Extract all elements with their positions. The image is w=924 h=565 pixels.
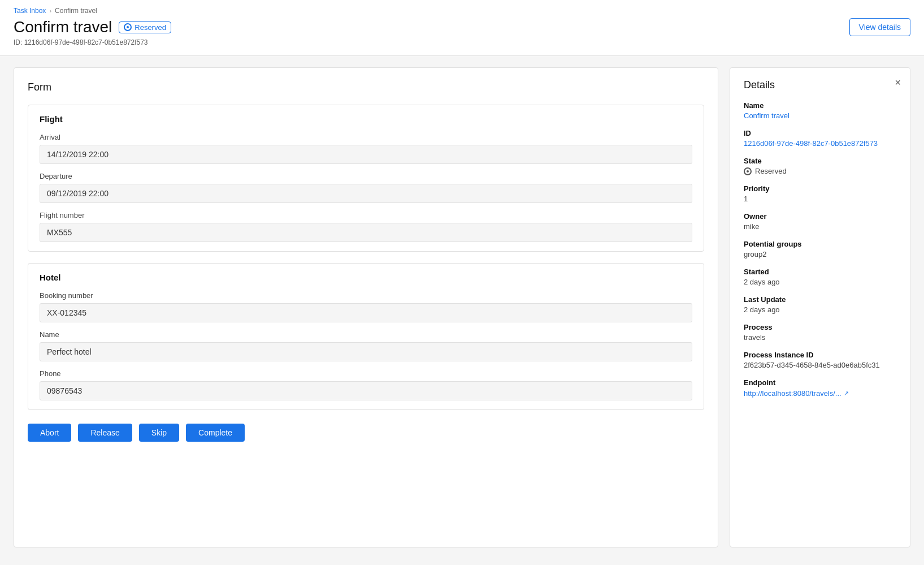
- departure-label: Departure: [40, 172, 692, 180]
- detail-started-value: 2 days ago: [744, 278, 896, 286]
- detail-endpoint-link[interactable]: http://localhost:8080/travels/... ↗: [744, 389, 849, 398]
- state-icon: [744, 167, 752, 175]
- details-title: Details: [744, 79, 896, 91]
- form-actions: Abort Release Skip Complete: [28, 424, 704, 442]
- detail-state-label: State: [744, 157, 896, 165]
- detail-process-label: Process: [744, 323, 896, 331]
- detail-process-row: Process travels: [744, 323, 896, 342]
- detail-process-instance-id-row: Process Instance ID 2f623b57-d345-4658-8…: [744, 351, 896, 369]
- abort-button[interactable]: Abort: [28, 424, 71, 442]
- header: Task Inbox › Confirm travel Confirm trav…: [0, 0, 924, 56]
- detail-priority-row: Priority 1: [744, 184, 896, 203]
- breadcrumb-current: Confirm travel: [55, 7, 97, 15]
- hotel-name-value: Perfect hotel: [40, 342, 692, 361]
- detail-name-value: Confirm travel: [744, 111, 896, 120]
- main-content: Form Flight Arrival 14/12/2019 22:00 Dep…: [0, 56, 924, 559]
- complete-button[interactable]: Complete: [186, 424, 245, 442]
- breadcrumb: Task Inbox › Confirm travel: [14, 7, 910, 15]
- detail-last-update-value: 2 days ago: [744, 305, 896, 314]
- view-details-button[interactable]: View details: [849, 18, 910, 36]
- arrival-label: Arrival: [40, 133, 692, 141]
- close-button[interactable]: ×: [895, 77, 901, 89]
- booking-number-value: XX-012345: [40, 303, 692, 322]
- detail-owner-value: mike: [744, 222, 896, 231]
- booking-number-field-group: Booking number XX-012345: [40, 291, 692, 322]
- flight-section: Flight Arrival 14/12/2019 22:00 Departur…: [28, 105, 704, 252]
- detail-endpoint-label: Endpoint: [744, 378, 896, 387]
- detail-id-row: ID 1216d06f-97de-498f-82c7-0b51e872f573: [744, 129, 896, 148]
- arrival-value: 14/12/2019 22:00: [40, 145, 692, 164]
- detail-name-label: Name: [744, 101, 896, 110]
- breadcrumb-chevron: ›: [49, 7, 51, 14]
- phone-value: 09876543: [40, 381, 692, 400]
- flight-number-field-group: Flight number MX555: [40, 211, 692, 242]
- detail-state-row: State Reserved: [744, 157, 896, 175]
- departure-field-group: Departure 09/12/2019 22:00: [40, 172, 692, 203]
- detail-last-update-label: Last Update: [744, 295, 896, 304]
- form-panel: Form Flight Arrival 14/12/2019 22:00 Dep…: [14, 67, 718, 547]
- detail-started-label: Started: [744, 268, 896, 276]
- detail-id-label: ID: [744, 129, 896, 137]
- detail-potential-groups-row: Potential groups group2: [744, 240, 896, 258]
- departure-value: 09/12/2019 22:00: [40, 184, 692, 203]
- flight-section-title: Flight: [40, 114, 692, 124]
- detail-state-value-row: Reserved: [744, 167, 896, 175]
- phone-field-group: Phone 09876543: [40, 369, 692, 400]
- release-button[interactable]: Release: [78, 424, 132, 442]
- detail-process-value: travels: [744, 333, 896, 342]
- status-icon: [124, 23, 132, 31]
- detail-priority-value: 1: [744, 195, 896, 203]
- status-badge: Reserved: [119, 21, 171, 33]
- detail-id-value: 1216d06f-97de-498f-82c7-0b51e872f573: [744, 139, 896, 148]
- detail-started-row: Started 2 days ago: [744, 268, 896, 286]
- flight-number-label: Flight number: [40, 211, 692, 219]
- booking-number-label: Booking number: [40, 291, 692, 300]
- page-title: Confirm travel: [14, 18, 112, 36]
- detail-owner-row: Owner mike: [744, 212, 896, 231]
- detail-state-value: Reserved: [755, 167, 787, 175]
- hotel-section: Hotel Booking number XX-012345 Name Perf…: [28, 263, 704, 410]
- phone-label: Phone: [40, 369, 692, 378]
- flight-number-value: MX555: [40, 223, 692, 242]
- hotel-section-title: Hotel: [40, 273, 692, 282]
- detail-process-instance-id-label: Process Instance ID: [744, 351, 896, 359]
- detail-potential-groups-value: group2: [744, 250, 896, 258]
- page-id: ID: 1216d06f-97de-498f-82c7-0b51e872f573: [14, 38, 910, 46]
- arrival-field-group: Arrival 14/12/2019 22:00: [40, 133, 692, 164]
- detail-owner-label: Owner: [744, 212, 896, 221]
- status-label: Reserved: [135, 23, 166, 32]
- detail-endpoint-row: Endpoint http://localhost:8080/travels/.…: [744, 378, 896, 398]
- detail-process-instance-id-value: 2f623b57-d345-4658-84e5-ad0e6ab5fc31: [744, 361, 896, 369]
- details-panel: Details × Name Confirm travel ID 1216d06…: [730, 67, 910, 547]
- detail-potential-groups-label: Potential groups: [744, 240, 896, 248]
- hotel-name-field-group: Name Perfect hotel: [40, 330, 692, 361]
- form-title: Form: [28, 81, 704, 93]
- hotel-name-label: Name: [40, 330, 692, 339]
- external-link-icon: ↗: [844, 390, 849, 397]
- detail-last-update-row: Last Update 2 days ago: [744, 295, 896, 314]
- detail-name-row: Name Confirm travel: [744, 101, 896, 120]
- detail-endpoint-value: http://localhost:8080/travels/...: [744, 389, 841, 398]
- detail-priority-label: Priority: [744, 184, 896, 193]
- skip-button[interactable]: Skip: [139, 424, 179, 442]
- breadcrumb-parent[interactable]: Task Inbox: [14, 7, 46, 15]
